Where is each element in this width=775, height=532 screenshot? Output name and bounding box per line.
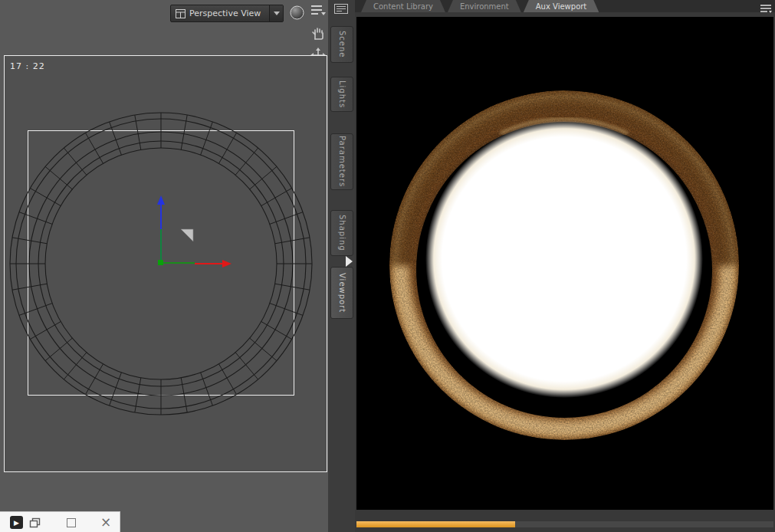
sphere-shading-button[interactable] (290, 5, 304, 20)
pan-hand-icon (310, 25, 327, 42)
maximize-button[interactable] (67, 518, 76, 527)
perspective-viewport[interactable]: 17 : 22 (4, 55, 327, 472)
tab-aux-viewport[interactable]: Aux Viewport (524, 0, 599, 12)
view-presets-icon (310, 4, 327, 16)
tab-content-library[interactable]: Content Library (361, 0, 445, 12)
view-selector-dropdown[interactable]: Perspective View (170, 5, 284, 22)
panes-icon[interactable] (334, 2, 348, 17)
view-selector-arrow[interactable] (269, 5, 283, 21)
sphere-icon (290, 5, 304, 20)
dock-tab-scene[interactable]: Scene (330, 26, 353, 63)
dock-tab-shaping[interactable]: Shaping (330, 210, 353, 256)
aux-panel-tab-bar: Content Library Environment Aux Viewport (355, 0, 775, 12)
dock-tab-viewport[interactable]: Viewport (330, 267, 353, 319)
rendered-torus (356, 17, 773, 510)
tab-environment[interactable]: Environment (448, 0, 521, 12)
view-selector-label: Perspective View (189, 8, 269, 18)
frame-counter: 17 : 22 (10, 61, 45, 71)
window-icon (29, 517, 41, 528)
axis-gizmo (157, 195, 232, 268)
view-presets-button[interactable] (310, 4, 327, 16)
dock-tab-parameters[interactable]: Parameters (330, 133, 353, 190)
hamburger-menu-icon (760, 4, 772, 13)
render-progress-bar (356, 521, 773, 527)
pan-tool-button[interactable] (310, 25, 327, 42)
dock-tab-lights[interactable]: Lights (330, 77, 353, 112)
aux-panel: Content Library Environment Aux Viewport (355, 0, 775, 532)
close-button[interactable]: × (100, 516, 111, 529)
grid-view-icon (176, 9, 186, 18)
wireframe-torus (5, 56, 327, 471)
mini-taskbar: ▶ × (0, 511, 120, 532)
panel-collapse-arrow[interactable] (346, 256, 353, 267)
dock-tab-strip: Scene Lights Parameters Shaping Viewport (328, 0, 355, 532)
restore-window-button[interactable] (29, 517, 41, 528)
panel-menu-button[interactable] (760, 2, 772, 16)
chevron-down-icon (274, 11, 280, 15)
app-window: Perspective View (0, 0, 775, 532)
aux-render-viewport[interactable] (356, 17, 773, 510)
app-icon[interactable]: ▶ (10, 516, 23, 529)
render-progress-fill (356, 521, 515, 527)
